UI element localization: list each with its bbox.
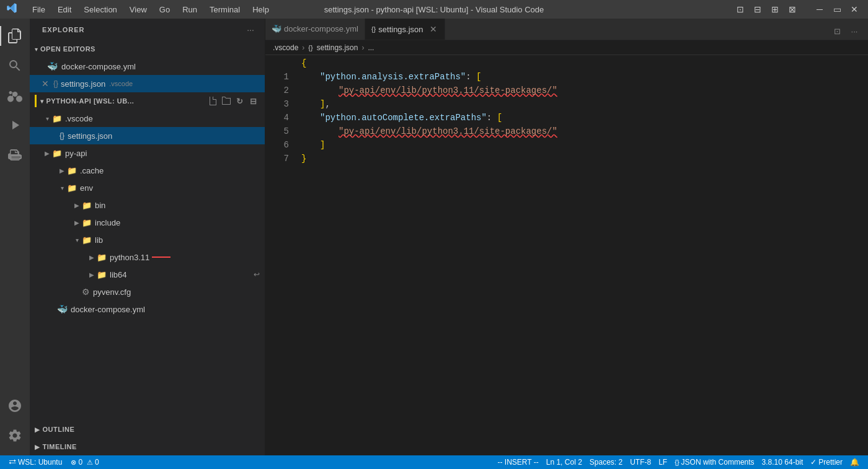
menu-selection[interactable]: Selection — [79, 4, 122, 15]
activity-extensions[interactable] — [0, 140, 30, 170]
python311-folder-icon: 📁 — [97, 253, 107, 262]
status-python-version[interactable]: 3.8.10 64-bit — [758, 455, 807, 469]
include-folder-icon: 📁 — [82, 218, 92, 227]
key-autocomplete: "python.autoComplete.extraPaths" — [320, 111, 487, 125]
line-num-4: 4 — [265, 111, 289, 125]
maximize-button[interactable]: ▭ — [830, 3, 844, 15]
tree-item-cache[interactable]: ▶ 📁 .cache — [30, 162, 265, 179]
project-header[interactable]: ▾ PYTHON-API [WSL: UB... ↻ ⊟ — [30, 92, 265, 110]
timeline-header[interactable]: ▶ TIMELINE — [30, 438, 265, 455]
status-eol[interactable]: LF — [655, 455, 671, 469]
breadcrumb-more[interactable]: ... — [368, 43, 374, 52]
sidebar-actions: ··· — [244, 23, 257, 37]
tab-close-button[interactable]: ✕ — [428, 24, 438, 34]
tree-item-vscode[interactable]: ▾ 📁 .vscode — [30, 110, 265, 127]
activity-accounts[interactable] — [0, 391, 30, 421]
tab-settings-label: settings.json — [378, 25, 423, 34]
spacer — [802, 3, 810, 15]
activity-search[interactable] — [0, 51, 30, 81]
bell-icon: 🔔 — [850, 458, 859, 467]
tree-item-lib[interactable]: ▾ 📁 lib — [30, 231, 265, 248]
tab-settings-icon: {} — [371, 25, 376, 33]
outline-chevron: ▶ — [35, 426, 40, 433]
menu-view[interactable]: View — [125, 4, 152, 15]
menu-run[interactable]: Run — [177, 4, 202, 15]
cache-label: .cache — [80, 166, 104, 175]
tree-item-docker-compose[interactable]: 🐳 docker-compose.yml — [30, 300, 265, 318]
code-line-4: "python.autoComplete.extraPaths" : [ — [296, 111, 859, 125]
sidebar-more-button[interactable]: ··· — [244, 23, 257, 37]
new-file-button[interactable] — [206, 95, 219, 107]
menu-help[interactable]: Help — [247, 4, 274, 15]
status-remote[interactable]: ⮂ WSL: Ubuntu — [5, 455, 66, 469]
activity-source-control[interactable] — [0, 81, 30, 110]
tree-item-pyvenv[interactable]: ⚙ pyvenv.cfg — [30, 283, 265, 300]
scrollbar[interactable] — [859, 55, 868, 455]
window-title: settings.json - python-api [WSL: Ubuntu]… — [324, 5, 544, 14]
activity-explorer[interactable] — [0, 21, 30, 51]
py-api-label: py-api — [65, 149, 87, 158]
code-content[interactable]: { "python.analysis.extraPaths" : [ "py-a… — [296, 55, 859, 455]
collapse-button[interactable]: ⊟ — [247, 95, 260, 107]
tree-item-env[interactable]: ▾ 📁 env — [30, 179, 265, 196]
outline-header[interactable]: ▶ OUTLINE — [30, 421, 265, 438]
project-chevron: ▾ — [40, 98, 44, 105]
activity-settings[interactable] — [0, 421, 30, 450]
layout-button-1[interactable]: ⊡ — [733, 3, 748, 15]
status-spaces[interactable]: Spaces: 2 — [586, 455, 626, 469]
tab-docker-label: docker-compose.yml — [284, 24, 358, 33]
line-numbers: 1 2 3 4 5 6 7 — [265, 55, 296, 455]
code-line-7: } — [296, 152, 859, 165]
layout-button-3[interactable]: ⊞ — [768, 3, 782, 15]
lib-folder-icon: 📁 — [82, 235, 92, 245]
docker-file-icon: 🐳 — [47, 61, 58, 71]
menu-terminal[interactable]: Terminal — [205, 4, 245, 15]
tree-item-python311[interactable]: ▶ 📁 python3.11 — [30, 248, 265, 266]
layout-button-4[interactable]: ⊠ — [785, 3, 800, 15]
open-editors-header[interactable]: ▾ OPEN EDITORS — [30, 40, 265, 58]
line-num-2: 2 — [265, 84, 289, 97]
close-settings-icon[interactable]: ✕ — [40, 78, 51, 89]
vscode-folder-label: .vscode — [65, 114, 93, 123]
menu-edit[interactable]: Edit — [53, 4, 76, 15]
activity-run[interactable] — [0, 110, 30, 140]
open-editor-docker-compose[interactable]: 🐳 docker-compose.yml — [30, 58, 265, 75]
redirect-arrow: ↩ — [254, 270, 260, 279]
editor-area: 🐳 docker-compose.yml {} settings.json ✕ … — [265, 19, 868, 455]
more-actions-button[interactable]: ··· — [846, 22, 863, 40]
status-prettier[interactable]: ✓ Prettier — [807, 455, 846, 469]
tree-item-py-api[interactable]: ▶ 📁 py-api — [30, 144, 265, 162]
status-encoding[interactable]: UTF-8 — [626, 455, 655, 469]
open-editor-settings-json[interactable]: ✕ {} settings.json .vscode — [30, 75, 265, 92]
cache-folder-icon: 📁 — [67, 166, 77, 175]
tree-item-bin[interactable]: ▶ 📁 bin — [30, 196, 265, 214]
lib-label: lib — [95, 235, 103, 245]
tree-item-settings[interactable]: {} settings.json — [30, 127, 265, 144]
tab-settings-json[interactable]: {} settings.json ✕ — [365, 19, 445, 40]
minimize-button[interactable]: ─ — [812, 3, 827, 15]
warning-icon: ⚠ — [87, 458, 93, 467]
refresh-button[interactable]: ↻ — [234, 95, 246, 107]
breadcrumb-vscode[interactable]: .vscode — [273, 43, 298, 52]
code-editor[interactable]: 1 2 3 4 5 6 7 { "python.analysis.extraPa… — [265, 55, 868, 455]
tab-bar: 🐳 docker-compose.yml {} settings.json ✕ … — [265, 19, 868, 40]
tree-item-include[interactable]: ▶ 📁 include — [30, 214, 265, 231]
status-language[interactable]: {} JSON with Comments — [671, 455, 758, 469]
status-errors[interactable]: ⊗ 0 ⚠ 0 — [67, 455, 102, 469]
breadcrumb-settings[interactable]: settings.json — [317, 43, 358, 52]
layout-button-2[interactable]: ⊟ — [750, 3, 765, 15]
close-button[interactable]: ✕ — [847, 3, 862, 15]
status-position[interactable]: Ln 1, Col 2 — [542, 455, 586, 469]
tab-docker-compose[interactable]: 🐳 docker-compose.yml — [265, 19, 365, 40]
split-editor-button[interactable]: ⊡ — [828, 22, 846, 40]
status-insert-mode[interactable]: -- INSERT -- — [494, 455, 542, 469]
python-version-label: 3.8.10 64-bit — [762, 458, 804, 467]
status-notification-icon[interactable]: 🔔 — [846, 455, 863, 469]
bottom-sections: ▶ OUTLINE ▶ TIMELINE — [30, 421, 265, 455]
spaces-label: Spaces: 2 — [590, 458, 622, 467]
tree-item-lib64[interactable]: ▶ 📁 lib64 ↩ — [30, 266, 265, 283]
python311-squiggly — [152, 256, 170, 258]
new-folder-button[interactable] — [220, 95, 232, 107]
menu-go[interactable]: Go — [154, 4, 175, 15]
menu-file[interactable]: File — [27, 4, 50, 15]
